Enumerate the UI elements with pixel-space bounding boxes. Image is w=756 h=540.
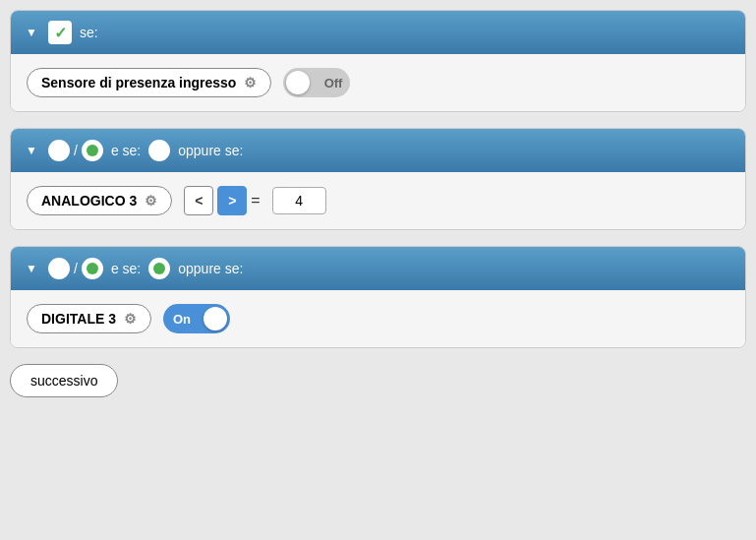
analog-button[interactable]: ANALOGICO 3 ⚙ — [27, 186, 172, 215]
cmp-lt-button[interactable]: < — [184, 186, 213, 215]
card-3-row: DIGITALE 3 ⚙ On — [27, 304, 729, 333]
radio-group-2a: / — [48, 140, 103, 161]
analog-label: ANALOGICO 3 — [41, 193, 137, 209]
e-se-label-2: e se: — [111, 143, 141, 158]
cmp-gt-button[interactable]: > — [217, 186, 247, 215]
card-1-label: se: — [80, 25, 98, 40]
toggle-1[interactable]: Off — [283, 68, 350, 97]
footer: successivo — [10, 364, 746, 397]
card-2-row: ANALOGICO 3 ⚙ < > = — [27, 186, 729, 215]
value-input[interactable] — [272, 187, 326, 214]
card-1: ▼ ✓ se: Sensore di presenza ingresso ⚙ O… — [10, 10, 746, 112]
chevron-icon-2[interactable]: ▼ — [23, 142, 40, 159]
card-2: ▼ / e se: oppure se: ANALOGICO 3 ⚙ < > = — [10, 128, 746, 230]
chevron-icon-3[interactable]: ▼ — [23, 260, 40, 277]
checkmark-icon: ✓ — [54, 24, 67, 42]
gear-icon-3: ⚙ — [124, 311, 137, 327]
oppure-label-2[interactable]: oppure se: — [178, 143, 243, 158]
successivo-button[interactable]: successivo — [10, 364, 118, 397]
separator-2: / — [74, 143, 78, 158]
separator-3: / — [74, 261, 78, 276]
digital-label: DIGITALE 3 — [41, 311, 116, 327]
toggle-label-3: On — [173, 312, 191, 327]
card-3: ▼ / e se: oppure se: DIGITALE 3 ⚙ On — [10, 246, 746, 348]
card-3-header: ▼ / e se: oppure se: — [11, 247, 745, 290]
toggle-3[interactable]: On — [163, 304, 230, 333]
gear-icon-2: ⚙ — [145, 193, 157, 209]
toggle-label-1: Off — [324, 76, 343, 90]
radio-group-3a: / — [48, 258, 103, 279]
radio-3-2[interactable] — [82, 258, 103, 279]
sensor-button-1[interactable]: Sensore di presenza ingresso ⚙ — [27, 68, 271, 97]
compare-group: < > = — [184, 186, 260, 215]
radio-2-2[interactable] — [82, 140, 103, 161]
sensor-label-1: Sensore di presenza ingresso — [41, 75, 236, 90]
radio-3-1[interactable] — [48, 258, 70, 279]
oppure-label-3[interactable]: oppure se: — [178, 261, 243, 276]
card-1-header: ▼ ✓ se: — [11, 11, 745, 54]
card-2-body: ANALOGICO 3 ⚙ < > = — [11, 172, 745, 229]
card-1-row: Sensore di presenza ingresso ⚙ Off — [27, 68, 729, 97]
chevron-icon-1[interactable]: ▼ — [23, 24, 40, 41]
radio-3-3[interactable] — [148, 258, 170, 279]
radio-2-1[interactable] — [48, 140, 70, 161]
card-2-header: ▼ / e se: oppure se: — [11, 129, 745, 172]
card-1-body: Sensore di presenza ingresso ⚙ Off — [11, 54, 745, 111]
checkbox-1[interactable]: ✓ — [48, 21, 72, 44]
toggle-knob-3 — [204, 307, 227, 330]
toggle-knob-1 — [286, 71, 310, 94]
e-se-label-3: e se: — [111, 261, 141, 276]
card-3-body: DIGITALE 3 ⚙ On — [11, 290, 745, 347]
radio-2-3[interactable] — [148, 140, 170, 161]
cmp-eq-label: = — [251, 192, 260, 210]
gear-icon-1: ⚙ — [244, 75, 257, 90]
digital-button[interactable]: DIGITALE 3 ⚙ — [27, 304, 151, 333]
